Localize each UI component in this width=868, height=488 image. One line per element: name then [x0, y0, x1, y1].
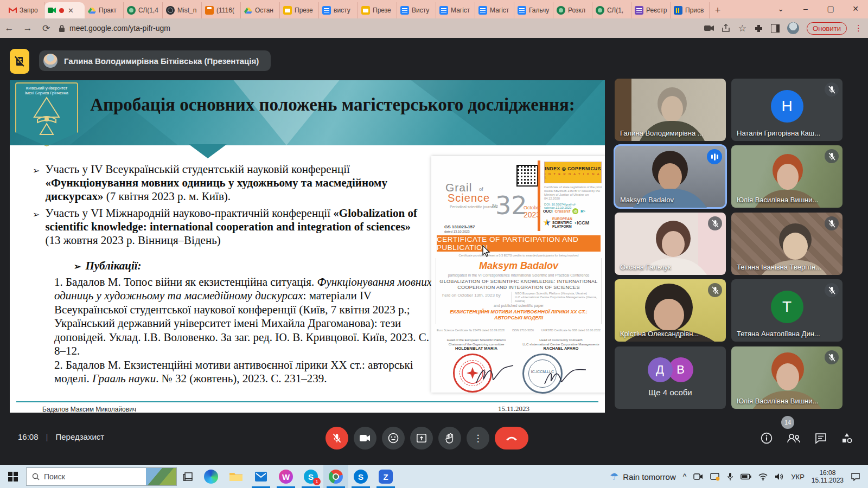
mic-off-button[interactable]	[326, 427, 348, 450]
reload-button[interactable]: ⟳	[37, 23, 55, 34]
participant-tile-maksym[interactable]: Maksym Badalov	[615, 145, 726, 208]
tab-sl2[interactable]: СЛ(1,	[592, 2, 631, 18]
tab-ostan[interactable]: Остан	[241, 2, 280, 18]
tab-meet-active[interactable]: ✕	[44, 2, 85, 18]
bookmark-star-icon[interactable]: ☆	[738, 23, 746, 34]
profile-avatar[interactable]	[787, 22, 799, 34]
mic-muted-icon	[825, 216, 839, 230]
slide-footer-author: Бадалов Максим Миколайович	[42, 406, 136, 413]
new-tab-button[interactable]: +	[710, 2, 726, 18]
slides-icon	[361, 6, 370, 15]
bullet-item: ➢ Участь у VI Міжнародній науково-практи…	[33, 207, 426, 247]
tab-rozkl[interactable]: Розкл	[553, 2, 592, 18]
tray-camera-icon[interactable]	[693, 473, 703, 480]
tab-mist[interactable]: Mist_n	[163, 2, 202, 18]
tray-volume-icon[interactable]	[775, 473, 784, 480]
activities-icon[interactable]	[841, 432, 853, 444]
tab-camera-icon[interactable]	[704, 24, 714, 32]
more-participants-tile[interactable]: Д В Ще 4 особи	[615, 346, 726, 409]
present-button[interactable]	[410, 427, 433, 450]
window-maximize-button[interactable]: ▢	[818, 4, 843, 13]
tab-prakt[interactable]: Практ	[85, 2, 124, 18]
window-minimize-button[interactable]: –	[793, 4, 818, 13]
esp-iccm-logos: EUROPEANSCIENTIFICPLATFORM ◖ICCM	[543, 217, 604, 228]
back-button[interactable]: ←	[0, 23, 18, 34]
participant-tile-kristina[interactable]: Крістіна Олександрівн...	[615, 279, 726, 342]
raise-hand-button[interactable]	[438, 427, 461, 450]
tray-mic-icon[interactable]	[727, 472, 733, 481]
tab-halchu[interactable]: Гальчу	[514, 2, 553, 18]
taskbar-app-zoom[interactable]: Z	[373, 465, 398, 488]
more-options-button[interactable]: ⋮	[467, 427, 489, 450]
tab-search-chevron-icon[interactable]: ⌄	[768, 4, 793, 13]
certificate-image: Grail of Science Periodical scientific j…	[431, 156, 605, 393]
start-button[interactable]	[0, 465, 26, 488]
participant-tile-galyna[interactable]: Галина Володимирівна ...	[615, 79, 726, 141]
slide-publications: ➢Публікації: 1. Бадалов М. Топос війни я…	[54, 259, 437, 386]
end-call-button[interactable]	[495, 427, 528, 450]
slide-footer-line	[16, 401, 598, 402]
qr-code	[516, 165, 538, 187]
building-slash-icon	[14, 55, 25, 67]
tab-mahist1[interactable]: Магіст	[436, 2, 475, 18]
tab-preze2[interactable]: Презе	[358, 2, 397, 18]
window-close-button[interactable]: ✕	[843, 4, 868, 13]
share-icon[interactable]	[722, 24, 731, 33]
forward-button[interactable]: →	[18, 23, 37, 34]
language-indicator[interactable]: УКР	[791, 473, 805, 481]
tab-vystu1[interactable]: висту	[319, 2, 358, 18]
slide-header-chevron	[189, 144, 227, 158]
sidebar-icon[interactable]	[771, 24, 780, 33]
participants-icon[interactable]	[787, 433, 801, 444]
slide-title: Апробація основних положень магістерсько…	[80, 92, 585, 118]
extensions-puzzle-icon[interactable]	[754, 24, 763, 33]
tab-1116[interactable]: (1116(	[202, 2, 241, 18]
tab-preze1[interactable]: Презе	[280, 2, 319, 18]
tab-gmail[interactable]: Запро	[5, 2, 44, 18]
notification-center-icon[interactable]	[851, 472, 860, 481]
participant-tile-yuliia-2[interactable]: Юлія Василівна Вишни...	[731, 346, 843, 409]
taskbar-app-skype[interactable]: S	[348, 465, 373, 488]
reactions-button[interactable]	[382, 427, 405, 450]
tray-wifi-icon[interactable]	[758, 473, 768, 480]
participant-tile-tetiana-i[interactable]: Тетяна Іванівна Тверітін...	[731, 213, 843, 275]
update-browser-button[interactable]: Оновити	[807, 22, 847, 35]
issue-number: 32	[495, 191, 527, 220]
taskbar-app-explorer[interactable]	[224, 465, 248, 488]
presentation-warning-icon[interactable]	[10, 49, 29, 74]
browser-tab-strip: Запро ✕ Практ СЛ(1,4 Mist_n (1116( Остан…	[0, 0, 868, 18]
tray-display-icon[interactable]	[710, 473, 720, 481]
taskbar-app-chrome[interactable]	[323, 465, 348, 488]
taskbar-app-skype-notification[interactable]: S1	[298, 465, 323, 488]
signature-block-left: Head of the European Scientific Platform…	[436, 338, 517, 351]
participant-tile-oksana[interactable]: Оксана Гальчук	[615, 213, 726, 275]
tray-clock[interactable]: 16:0815.11.2023	[812, 469, 844, 484]
presenter-name: Галина Володимирівна Бітківська (Презент…	[64, 56, 259, 66]
tab-reestr[interactable]: Реєстр	[631, 2, 671, 18]
address-bar[interactable]: meet.google.com/yta-pifr-ugm	[59, 24, 704, 33]
tray-battery-icon[interactable]	[741, 473, 751, 480]
taskbar-app-w[interactable]: W	[273, 465, 298, 488]
tab-vystu2[interactable]: Висту	[397, 2, 436, 18]
tab-mahist2[interactable]: Магіст	[475, 2, 514, 18]
camera-button[interactable]	[354, 427, 376, 450]
taskbar-app-mail[interactable]	[248, 465, 273, 488]
tab-sl1[interactable]: СЛ(1,4	[124, 2, 163, 18]
task-view-button[interactable]	[177, 465, 199, 488]
meeting-details-icon[interactable]	[761, 432, 773, 444]
participant-tile-yuliia-1[interactable]: Юлія Василівна Вишни...	[731, 145, 843, 208]
chat-icon[interactable]	[815, 433, 827, 444]
meet-bottom-bar: 16:08 | Передзахист ⋮ 14	[0, 420, 868, 465]
url-text[interactable]: meet.google.com/yta-pifr-ugm	[69, 24, 170, 33]
taskbar-app-edge[interactable]	[199, 465, 224, 488]
tray-chevron-icon[interactable]: ^	[683, 472, 687, 481]
taskbar-search-input[interactable]: Поиск	[26, 467, 177, 486]
tab-prysv[interactable]: Присв	[671, 2, 710, 18]
index-logos-row: OUCI Crossref iD Rᴳ	[543, 208, 603, 214]
browser-menu-icon[interactable]: ⋮	[854, 23, 863, 33]
weather-widget[interactable]: ☂ Rain tomorrow	[610, 471, 676, 483]
tab-close-icon[interactable]: ✕	[68, 7, 74, 15]
notification-badge: 1	[313, 478, 321, 485]
participant-tile-tetiana-a[interactable]: Т Тетяна Анатоліївна Дин...	[731, 279, 843, 342]
participant-tile-nataliia[interactable]: Н Наталія Григорівна Каш...	[731, 79, 843, 141]
